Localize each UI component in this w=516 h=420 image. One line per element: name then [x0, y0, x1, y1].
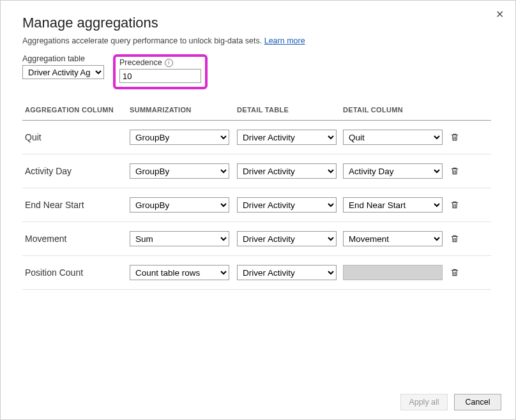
trash-icon[interactable]	[449, 165, 460, 177]
precedence-label: Precedence i	[119, 58, 201, 67]
aggregation-column-name: Position Count	[22, 267, 130, 278]
trash-icon[interactable]	[449, 233, 460, 244]
detail-table-select[interactable]: Driver Activity	[237, 265, 337, 280]
aggregation-table-label: Aggregation table	[22, 54, 104, 63]
dialog-content: Manage aggregations Aggregations acceler…	[3, 3, 513, 387]
detail-column-select[interactable]: Activity Day	[343, 163, 443, 179]
detail-table-select[interactable]: Driver Activity	[237, 163, 337, 179]
header-aggregation-column: AGGREGATION COLUMN	[22, 106, 130, 114]
precedence-input[interactable]	[119, 69, 201, 83]
trash-icon[interactable]	[449, 267, 460, 278]
info-icon[interactable]: i	[165, 59, 173, 67]
cancel-button[interactable]: Cancel	[454, 394, 501, 410]
dialog-description: Aggregations accelerate query performanc…	[22, 36, 494, 45]
detail-column-select[interactable]: End Near Start	[343, 197, 443, 213]
apply-all-button[interactable]: Apply all	[400, 394, 448, 410]
table-rows-host: QuitGroupByDriver ActivityQuitActivity D…	[22, 121, 491, 290]
aggregation-table-area[interactable]: AGGREGATION COLUMN SUMMARIZATION DETAIL …	[22, 101, 494, 387]
table-header-row: AGGREGATION COLUMN SUMMARIZATION DETAIL …	[22, 101, 491, 121]
trash-icon[interactable]	[449, 131, 460, 143]
aggregation-column-name: Quit	[22, 132, 130, 142]
summarization-select[interactable]: GroupBy	[130, 130, 229, 145]
table-row: Activity DayGroupByDriver ActivityActivi…	[22, 154, 491, 188]
summarization-select[interactable]: GroupBy	[130, 163, 229, 179]
header-summarization: SUMMARIZATION	[130, 106, 237, 114]
summarization-select[interactable]: Count table rows	[130, 265, 229, 280]
detail-table-select[interactable]: Driver Activity	[237, 197, 337, 213]
detail-table-select[interactable]: Driver Activity	[237, 231, 337, 246]
detail-column-select[interactable]: Quit	[343, 130, 443, 145]
summarization-select[interactable]: Sum	[130, 231, 229, 246]
table-row: MovementSumDriver ActivityMovement	[22, 222, 491, 256]
aggregation-column-name: End Near Start	[22, 200, 130, 210]
description-text: Aggregations accelerate query performanc…	[22, 36, 264, 45]
header-detail-table: DETAIL TABLE	[237, 106, 343, 114]
dialog-title: Manage aggregations	[22, 15, 494, 31]
precedence-group: Precedence i	[113, 54, 208, 89]
aggregation-table-group: Aggregation table Driver Activity Agg2	[22, 54, 104, 79]
manage-aggregations-dialog: ✕ Manage aggregations Aggregations accel…	[3, 3, 513, 417]
summarization-select[interactable]: GroupBy	[130, 197, 229, 213]
table-row: End Near StartGroupByDriver ActivityEnd …	[22, 188, 491, 222]
table-row: Position CountCount table rowsDriver Act…	[22, 256, 491, 290]
header-detail-column: DETAIL COLUMN	[343, 106, 449, 114]
aggregation-column-name: Movement	[22, 234, 130, 244]
aggregation-column-name: Activity Day	[22, 166, 130, 176]
learn-more-link[interactable]: Learn more	[264, 36, 305, 45]
detail-column-select[interactable]: Movement	[343, 231, 443, 246]
detail-column-select	[343, 265, 443, 280]
trash-icon[interactable]	[449, 199, 460, 211]
close-icon[interactable]: ✕	[496, 8, 504, 20]
table-row: QuitGroupByDriver ActivityQuit	[22, 121, 491, 154]
detail-table-select[interactable]: Driver Activity	[237, 130, 337, 145]
dialog-footer: Apply all Cancel	[3, 387, 513, 417]
controls-row: Aggregation table Driver Activity Agg2 P…	[22, 54, 494, 89]
aggregation-table-select[interactable]: Driver Activity Agg2	[22, 65, 104, 79]
